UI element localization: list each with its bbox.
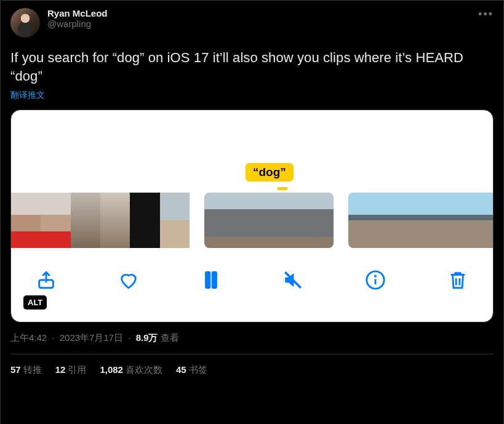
heart-icon[interactable] (118, 270, 139, 290)
media-toolbar (11, 255, 493, 322)
clip-frame (290, 193, 334, 248)
clip-frame (160, 193, 190, 248)
views-count: 8.9万 (136, 332, 158, 343)
clip-frame (11, 193, 41, 248)
views-label: 查看 (161, 332, 179, 343)
author-name: Ryan McLeod (47, 8, 108, 18)
clip-frame (469, 193, 493, 248)
more-icon[interactable]: ••• (478, 8, 494, 20)
quotes-stat[interactable]: 12引用 (55, 364, 87, 376)
svg-rect-2 (212, 273, 216, 289)
clip-group[interactable] (204, 193, 334, 248)
clip-frame (247, 193, 290, 248)
translate-link[interactable]: 翻译推文 (10, 90, 494, 101)
trash-icon[interactable] (447, 270, 468, 290)
mute-icon[interactable] (282, 270, 303, 290)
tweet-header: Ryan McLeod @warpling ••• (10, 8, 494, 38)
svg-point-6 (375, 276, 375, 276)
author-block[interactable]: Ryan McLeod @warpling (47, 8, 108, 29)
tweet-stats: 57转推 12引用 1,082喜欢次数 45书签 (10, 364, 494, 376)
bookmarks-stat[interactable]: 45书签 (176, 364, 207, 376)
author-handle: @warpling (47, 18, 108, 29)
tweet-time[interactable]: 上午4:42 (10, 332, 47, 343)
info-icon[interactable] (365, 270, 386, 290)
search-marker: “dog” (246, 163, 294, 182)
share-icon[interactable] (36, 270, 57, 290)
tweet-text: If you search for “dog” on iOS 17 it’ll … (10, 49, 494, 85)
playhead-marker (278, 187, 287, 190)
media-whitespace: “dog” (11, 110, 493, 189)
media-card[interactable]: “dog” (10, 110, 494, 322)
clip-frame (71, 193, 100, 248)
clip-frame (372, 193, 396, 248)
clip-frame (130, 193, 159, 248)
clip-group[interactable] (11, 193, 190, 248)
tweet-meta: 上午4:42 · 2023年7月17日 · 8.9万 查看 (10, 332, 494, 344)
clip-frame (421, 193, 445, 248)
pause-icon[interactable] (201, 270, 222, 290)
clip-frame (348, 193, 372, 248)
clip-frame (204, 193, 247, 248)
divider (10, 354, 494, 354)
tweet-date[interactable]: 2023年7月17日 (60, 332, 123, 343)
clip-frame (41, 193, 70, 248)
clip-frame (396, 193, 420, 248)
tweet-container: Ryan McLeod @warpling ••• If you search … (0, 0, 504, 424)
alt-badge[interactable]: ALT (23, 295, 47, 310)
likes-stat[interactable]: 1,082喜欢次数 (100, 364, 162, 376)
avatar[interactable] (10, 8, 40, 38)
clip-group[interactable] (348, 193, 493, 248)
clip-frame (445, 193, 469, 248)
video-timeline[interactable] (11, 193, 493, 248)
svg-rect-1 (206, 273, 209, 289)
clip-frame (100, 193, 130, 248)
retweets-stat[interactable]: 57转推 (10, 364, 42, 376)
